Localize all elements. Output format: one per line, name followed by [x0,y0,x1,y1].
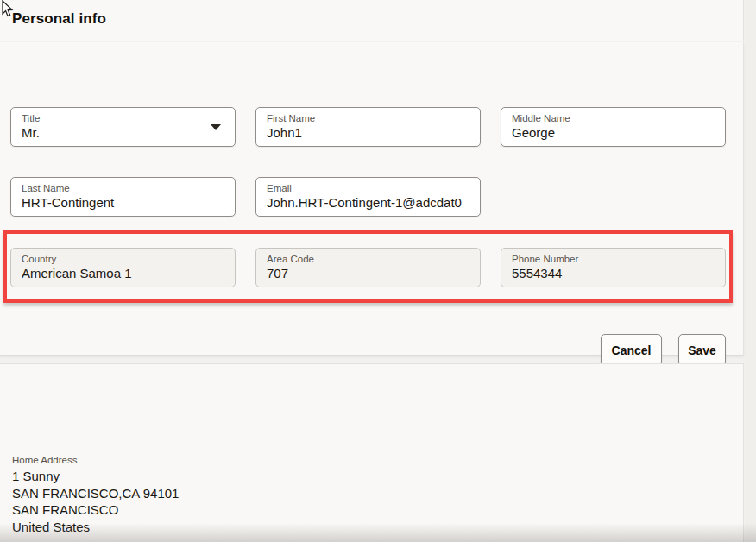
middle-name-value: George [512,124,715,141]
country-value: American Samoa 1 [22,265,224,281]
country-field[interactable]: Country American Samoa 1 [10,248,236,287]
home-address-line: United States [12,519,179,536]
country-label: Country [22,253,224,265]
last-name-value: HRT-Contingent [22,194,224,211]
middle-name-field[interactable]: Middle Name George [501,107,726,147]
last-name-label: Last Name [22,182,224,194]
first-name-value: John1 [267,124,469,141]
title-value: Mr. [22,124,224,141]
address-card: Address Home Address 1 Sunny SAN FRANCIS… [0,363,744,542]
area-code-label: Area Code [267,253,469,265]
area-code-value: 707 [267,265,469,281]
mouse-cursor-icon [1,0,15,17]
email-field[interactable]: Email John.HRT-Contingent-1@adcdat0 [255,177,481,217]
right-gutter [745,0,756,542]
email-value: John.HRT-Contingent-1@adcdat0 [267,194,469,211]
personal-info-card: Title Mr. First Name John1 Middle Name G… [0,42,744,356]
first-name-label: First Name [267,112,469,124]
cancel-button[interactable]: Cancel [601,334,662,367]
phone-number-label: Phone Number [512,253,715,265]
middle-name-label: Middle Name [512,112,715,124]
personal-info-header: Personal info [0,0,744,41]
title-dropdown[interactable]: Title Mr. [10,107,236,147]
last-name-field[interactable]: Last Name HRT-Contingent [10,177,236,217]
phone-number-value: 5554344 [512,265,715,281]
chevron-down-icon [211,124,221,130]
save-button[interactable]: Save [678,334,726,367]
home-address-line: SAN FRANCISCO [12,501,179,519]
home-address-line: 1 Sunny [12,468,179,485]
phone-number-field[interactable]: Phone Number 5554344 [501,248,726,287]
home-address-block: Home Address 1 Sunny SAN FRANCISCO,CA 94… [12,455,179,535]
email-label: Email [267,182,469,194]
first-name-field[interactable]: First Name John1 [255,107,481,147]
page-title: Personal info [12,10,106,28]
home-address-label: Home Address [12,455,179,465]
home-address-line: SAN FRANCISCO,CA 94101 [12,485,179,502]
title-label: Title [22,112,224,124]
area-code-field[interactable]: Area Code 707 [255,248,481,287]
